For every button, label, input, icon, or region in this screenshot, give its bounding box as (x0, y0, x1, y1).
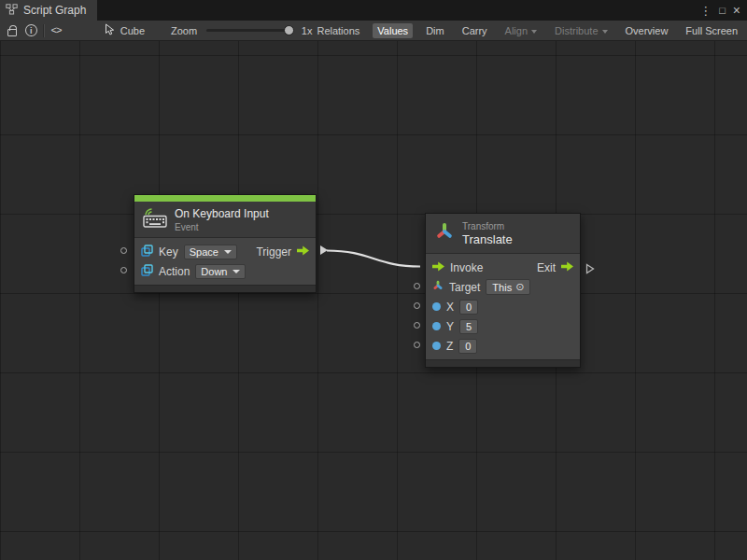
node-translate[interactable]: Transform Translate Invoke Exit (425, 213, 581, 368)
overview-button[interactable]: Overview (621, 23, 673, 38)
target-port-label: Target (449, 281, 480, 294)
exit-connection-arrow[interactable] (585, 261, 595, 278)
keycode-icon (141, 245, 153, 259)
target-outer-port[interactable] (414, 283, 420, 289)
port-row-x: X 0 (432, 297, 573, 316)
window-menu-icon[interactable]: ⋮ (699, 4, 712, 18)
zoom-value: 1x (302, 25, 313, 36)
event-color-strip (134, 195, 316, 202)
invoke-flow-port[interactable] (432, 261, 444, 274)
edit-source-icon[interactable]: <> (51, 25, 62, 36)
toolbar-separator (43, 24, 44, 37)
fullscreen-button[interactable]: Full Screen (681, 23, 742, 38)
port-row-y: Y 5 (432, 316, 573, 336)
relations-button[interactable]: Relations (312, 23, 364, 38)
node-body: Key Space Trigger Action (134, 237, 316, 285)
chevron-down-icon (602, 30, 608, 34)
enum-icon (141, 264, 153, 279)
node-footer (426, 359, 580, 367)
values-button[interactable]: Values (373, 23, 413, 38)
x-port-label: X (446, 301, 454, 314)
graph-target-label: Cube (120, 25, 145, 36)
zoom-slider-handle[interactable] (284, 25, 294, 35)
dim-button[interactable]: Dim (421, 23, 449, 38)
exit-flow-port[interactable] (561, 261, 573, 274)
trigger-flow-port[interactable] (297, 245, 309, 259)
z-port-label: Z (446, 340, 453, 353)
key-dropdown[interactable]: Space (184, 245, 237, 259)
value-port-x[interactable] (432, 302, 441, 311)
script-graph-icon (6, 4, 18, 18)
close-icon[interactable]: × (733, 3, 740, 18)
chevron-down-icon (233, 270, 240, 273)
graph-canvas[interactable]: On Keyboard Input Event Key Space Trig (0, 41, 747, 560)
connection-wire (0, 41, 747, 560)
port-row-key: Key Space Trigger (141, 242, 309, 261)
port-row-action: Action Down (141, 261, 309, 281)
target-object-field[interactable]: This ⊙ (486, 279, 530, 295)
z-value-field[interactable]: 0 (458, 339, 477, 354)
transform-icon (434, 221, 455, 245)
pointer-icon (105, 23, 116, 37)
chevron-down-icon (224, 250, 232, 254)
maximize-icon[interactable]: □ (719, 5, 726, 16)
z-outer-port[interactable] (414, 342, 420, 348)
keyboard-icon (143, 208, 167, 231)
x-value-field[interactable]: 0 (459, 300, 478, 315)
value-port-y[interactable] (432, 322, 441, 330)
chevron-down-icon (531, 30, 537, 34)
action-outer-port[interactable] (120, 267, 127, 273)
port-row-target: Target This ⊙ (432, 277, 573, 297)
action-port-label: Action (159, 265, 190, 278)
node-subtitle: Event (175, 222, 269, 232)
tab-script-graph[interactable]: Script Graph (0, 0, 97, 21)
node-footer (134, 285, 316, 292)
x-outer-port[interactable] (414, 302, 420, 309)
carry-button[interactable]: Carry (458, 23, 492, 38)
node-on-keyboard-input[interactable]: On Keyboard Input Event Key Space Trig (134, 194, 317, 293)
key-port-label: Key (159, 245, 178, 259)
port-row-invoke: Invoke Exit (432, 258, 573, 277)
graph-target[interactable]: Cube (105, 23, 145, 37)
node-header: Transform Translate (426, 214, 580, 253)
key-outer-port[interactable] (120, 247, 127, 254)
node-category: Transform (462, 221, 513, 231)
tab-title: Script Graph (23, 4, 86, 17)
title-bar: Script Graph ⋮ □ × (0, 0, 747, 21)
object-picker-icon[interactable]: ⊙ (515, 281, 524, 293)
align-dropdown[interactable]: Align (500, 23, 542, 38)
trigger-connection-arrow[interactable] (320, 245, 328, 255)
zoom-slider[interactable] (206, 29, 293, 32)
node-header: On Keyboard Input Event (134, 202, 316, 237)
invoke-port-label: Invoke (450, 261, 483, 274)
lock-icon[interactable] (7, 29, 17, 36)
value-port-z[interactable] (432, 342, 441, 350)
y-outer-port[interactable] (414, 322, 420, 329)
node-title: On Keyboard Input (175, 207, 269, 220)
distribute-dropdown[interactable]: Distribute (550, 23, 612, 38)
transform-mini-icon (432, 280, 444, 294)
y-value-field[interactable]: 5 (459, 319, 478, 334)
y-port-label: Y (446, 320, 454, 333)
node-title: Translate (462, 232, 513, 246)
zoom-label: Zoom (171, 25, 197, 36)
info-icon[interactable]: i (25, 24, 37, 36)
exit-port-label: Exit (537, 261, 556, 274)
toolbar-buttons: Relations Values Dim Carry Align Distrib… (312, 23, 742, 38)
trigger-port-label: Trigger (256, 245, 291, 259)
node-body: Invoke Exit Target This (426, 253, 580, 359)
port-row-z: Z 0 (432, 336, 573, 356)
window-controls: ⋮ □ × (699, 0, 747, 21)
graph-toolbar: i <> Cube Zoom 1x Relations Values Dim C… (0, 21, 747, 41)
action-dropdown[interactable]: Down (195, 264, 246, 279)
